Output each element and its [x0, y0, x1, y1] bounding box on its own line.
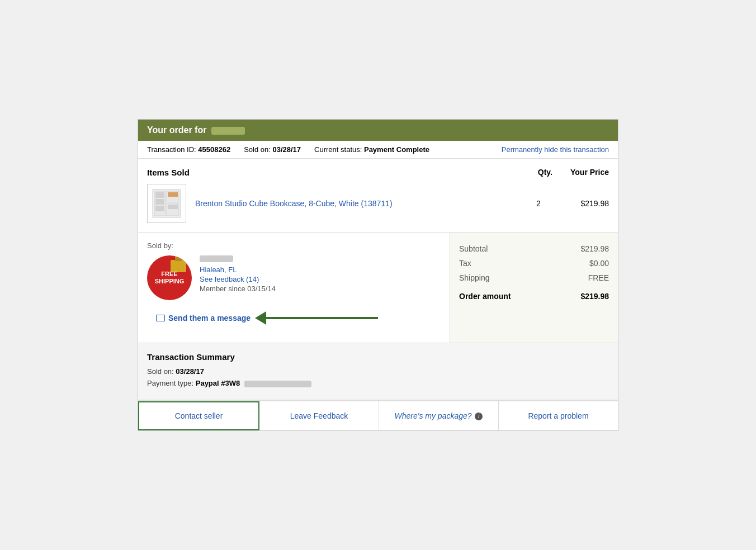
send-message-row: Send them a message [147, 311, 441, 334]
contact-seller-button[interactable]: Contact seller [138, 401, 259, 430]
seller-feedback-link[interactable]: See feedback (14) [200, 275, 276, 283]
transaction-id-label: Transaction ID: 45508262 [147, 145, 230, 154]
seller-section: Sold by: FREESHIPPING Hialeah, FL See fe… [138, 233, 450, 343]
order-amount-label: Order amount [459, 292, 511, 301]
ts-sold-on-label: Sold on: [147, 367, 174, 376]
svg-rect-4 [155, 192, 164, 198]
shipping-value: FREE [588, 273, 609, 282]
order-amount-value: $219.98 [580, 292, 609, 301]
tax-label: Tax [459, 259, 471, 268]
order-amount-row: Order amount $219.98 [459, 287, 609, 304]
sold-on-value: 03/28/17 [272, 145, 301, 154]
seller-name-blurred [200, 255, 233, 262]
svg-rect-8 [168, 205, 178, 209]
order-header-title: Your order for [147, 125, 206, 135]
items-title: Items Sold [147, 168, 190, 177]
svg-rect-6 [155, 206, 164, 211]
sold-by-label: Sold by: [147, 241, 441, 250]
seller-logo: FREESHIPPING [147, 255, 192, 300]
ts-payment-label: Payment type: [147, 379, 193, 387]
item-row: Brenton Studio Cube Bookcase, 8-Cube, Wh… [147, 184, 609, 223]
subtotal-label: Subtotal [459, 244, 488, 253]
leave-feedback-button[interactable]: Leave Feedback [259, 401, 379, 430]
transaction-summary-title: Transaction Summary [147, 352, 609, 362]
seller-name-blurred [211, 127, 245, 135]
item-qty: 2 [522, 199, 555, 208]
shipping-row: Shipping FREE [459, 271, 609, 285]
transaction-bar: Transaction ID: 45508262 Sold on: 03/28/… [138, 141, 618, 159]
seller-summary-section: Sold by: FREESHIPPING Hialeah, FL See fe… [138, 233, 618, 343]
ts-payment-value: Paypal #3W8 [196, 379, 240, 387]
report-problem-button[interactable]: Report a problem [499, 401, 618, 430]
order-summary-section: Subtotal $219.98 Tax $0.00 Shipping FREE… [450, 233, 618, 343]
wheres-my-package-button[interactable]: Where's my package? i [379, 401, 499, 430]
send-message-link[interactable]: Send them a message [156, 314, 251, 323]
action-bar: Contact seller Leave Feedback Where's my… [138, 400, 618, 430]
subtotal-row: Subtotal $219.98 [459, 241, 609, 256]
svg-rect-5 [155, 199, 164, 205]
item-name-link[interactable]: Brenton Studio Cube Bookcase, 8-Cube, Wh… [195, 199, 513, 208]
ts-sold-on-row: Sold on: 03/28/17 [147, 367, 609, 376]
transaction-summary-section: Transaction Summary Sold on: 03/28/17 Pa… [138, 343, 618, 400]
price-header: Your Price [570, 168, 609, 177]
items-section: Items Sold Qty. Your Price [138, 159, 618, 233]
column-headers: Qty. Your Price [538, 168, 609, 177]
tax-value: $0.00 [589, 259, 609, 268]
item-price: $219.98 [564, 199, 609, 208]
status-value: Payment Complete [364, 145, 429, 154]
qty-header: Qty. [538, 168, 552, 177]
subtotal-value: $219.98 [580, 244, 609, 253]
sold-on-bar: Sold on: 03/28/17 [244, 145, 301, 154]
seller-info: FREESHIPPING Hialeah, FL See feedback (1… [147, 255, 441, 300]
status-bar: Current status: Payment Complete [314, 145, 429, 154]
svg-rect-7 [168, 192, 178, 197]
order-header: Your order for [138, 120, 618, 141]
item-image [147, 184, 186, 223]
ts-sold-on-value: 03/28/17 [176, 367, 204, 376]
items-header: Items Sold Qty. Your Price [147, 168, 609, 177]
seller-logo-text: FREESHIPPING [155, 271, 185, 285]
seller-member-since: Member since 03/15/14 [200, 285, 276, 293]
seller-location[interactable]: Hialeah, FL [200, 265, 276, 274]
payment-id-blurred [244, 381, 311, 387]
arrow-head [255, 311, 266, 325]
seller-details: Hialeah, FL See feedback (14) Member sin… [200, 255, 276, 293]
order-page: Your order for Transaction ID: 45508262 … [138, 119, 618, 431]
envelope-icon [156, 315, 165, 321]
arrow-line [266, 317, 378, 319]
transaction-id-value: 45508262 [198, 145, 230, 154]
info-icon: i [475, 412, 483, 420]
item-thumbnail [150, 187, 183, 220]
shipping-label: Shipping [459, 273, 490, 282]
ts-payment-row: Payment type: Paypal #3W8 [147, 379, 609, 387]
hide-transaction-link[interactable]: Permanently hide this transaction [502, 145, 609, 154]
tax-row: Tax $0.00 [459, 256, 609, 271]
arrow-indicator [255, 311, 378, 325]
